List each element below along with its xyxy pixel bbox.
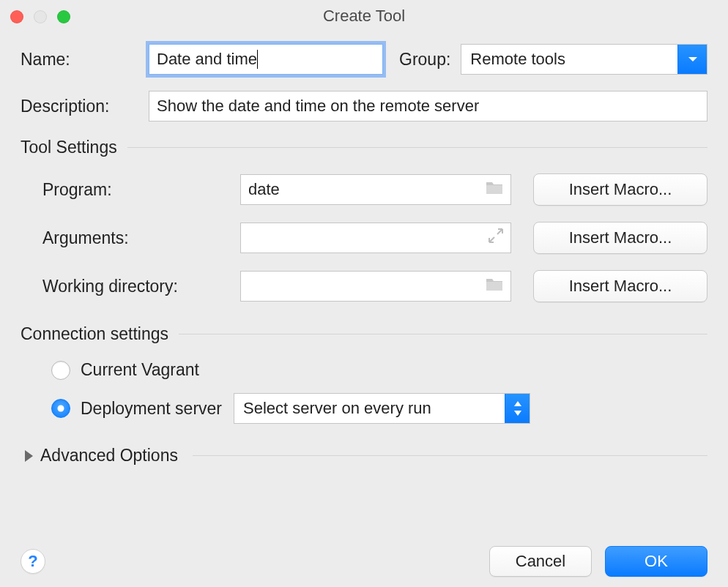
insert-macro-workdir-button[interactable]: Insert Macro... bbox=[533, 270, 707, 302]
tool-settings-title: Tool Settings bbox=[21, 138, 117, 157]
help-button[interactable]: ? bbox=[21, 549, 45, 574]
group-value: Remote tools bbox=[461, 45, 677, 74]
arguments-label: Arguments: bbox=[21, 228, 240, 248]
description-input[interactable]: Show the date and time on the remote ser… bbox=[149, 91, 707, 121]
zoom-window-button[interactable] bbox=[57, 10, 70, 23]
svg-rect-1 bbox=[486, 282, 502, 291]
workdir-input[interactable] bbox=[240, 271, 511, 302]
dialog-footer: ? Cancel OK bbox=[21, 546, 707, 577]
deployment-server-value: Select server on every run bbox=[234, 394, 505, 423]
window-controls bbox=[10, 10, 70, 23]
description-label: Description: bbox=[21, 97, 149, 116]
ok-button[interactable]: OK bbox=[605, 546, 707, 577]
arguments-input[interactable] bbox=[240, 223, 511, 253]
disclosure-triangle-icon[interactable] bbox=[25, 450, 33, 462]
name-label: Name: bbox=[21, 50, 149, 70]
section-divider bbox=[127, 147, 707, 148]
create-tool-dialog: Create Tool Name: Date and time Group: R… bbox=[0, 0, 728, 587]
cancel-button[interactable]: Cancel bbox=[489, 546, 592, 577]
dialog-content: Name: Date and time Group: Remote tools … bbox=[0, 32, 728, 482]
close-window-button[interactable] bbox=[10, 10, 23, 23]
connection-settings-title: Connection settings bbox=[21, 324, 168, 344]
workdir-label: Working directory: bbox=[21, 277, 240, 296]
window-title: Create Tool bbox=[323, 0, 405, 32]
svg-rect-0 bbox=[486, 185, 502, 194]
deployment-server-select[interactable]: Select server on every run bbox=[234, 393, 530, 424]
titlebar: Create Tool bbox=[0, 0, 728, 32]
description-value: Show the date and time on the remote ser… bbox=[157, 97, 479, 116]
insert-macro-arguments-button[interactable]: Insert Macro... bbox=[533, 222, 707, 254]
section-divider bbox=[193, 455, 707, 456]
section-divider bbox=[179, 334, 707, 334]
program-label: Program: bbox=[21, 180, 240, 200]
program-input[interactable]: date bbox=[240, 174, 511, 205]
folder-icon[interactable] bbox=[485, 179, 504, 200]
insert-macro-program-button[interactable]: Insert Macro... bbox=[533, 173, 707, 206]
radio-current-vagrant[interactable] bbox=[51, 361, 70, 380]
folder-icon[interactable] bbox=[485, 276, 504, 296]
chevrons-up-down-icon bbox=[505, 394, 530, 423]
radio-current-vagrant-label: Current Vagrant bbox=[81, 360, 199, 380]
chevron-down-icon bbox=[677, 45, 707, 74]
radio-deployment-server[interactable] bbox=[51, 399, 70, 418]
advanced-options-title: Advanced Options bbox=[40, 446, 178, 466]
group-label: Group: bbox=[399, 50, 450, 70]
text-caret bbox=[257, 50, 258, 69]
expand-icon[interactable] bbox=[488, 228, 504, 248]
name-input[interactable]: Date and time bbox=[149, 44, 383, 75]
program-value: date bbox=[248, 180, 280, 199]
group-select[interactable]: Remote tools bbox=[461, 44, 707, 75]
minimize-window-button[interactable] bbox=[34, 10, 47, 23]
radio-deployment-server-label: Deployment server bbox=[81, 399, 222, 419]
name-value: Date and time bbox=[157, 50, 257, 69]
